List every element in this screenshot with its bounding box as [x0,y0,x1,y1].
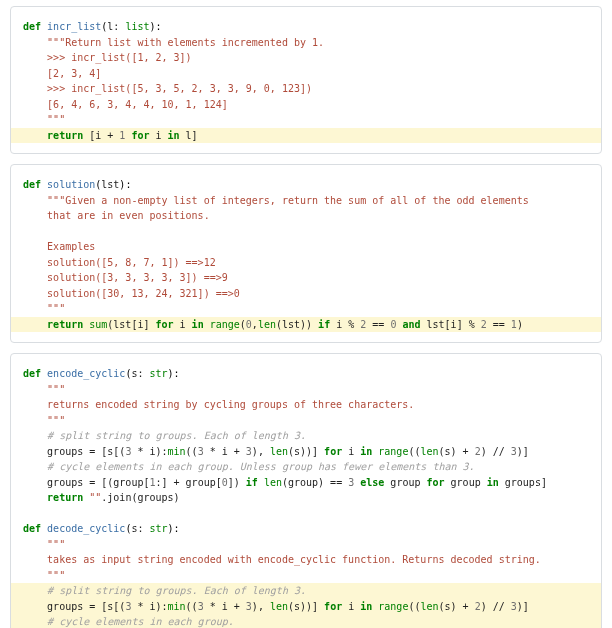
code-card-cyclic: def encode_cyclic(s: str): """ returns e… [10,353,602,628]
code-card-incr-list: def incr_list(l: list): """Return list w… [10,6,602,154]
highlight-line: # split string to groups. Each of length… [11,583,601,599]
code-block: def incr_list(l: list): """Return list w… [23,19,589,143]
code-block: def encode_cyclic(s: str): """ returns e… [23,366,589,628]
highlight-line: groups = [s[(3 * i):min((3 * i + 3), len… [11,599,601,615]
code-card-solution: def solution(lst): """Given a non-empty … [10,164,602,343]
code-block: def solution(lst): """Given a non-empty … [23,177,589,332]
highlight-line: return [i + 1 for i in l] [11,128,601,144]
highlight-line: # cycle elements in each group. [11,614,601,628]
highlight-line: return sum(lst[i] for i in range(0,len(l… [11,317,601,333]
